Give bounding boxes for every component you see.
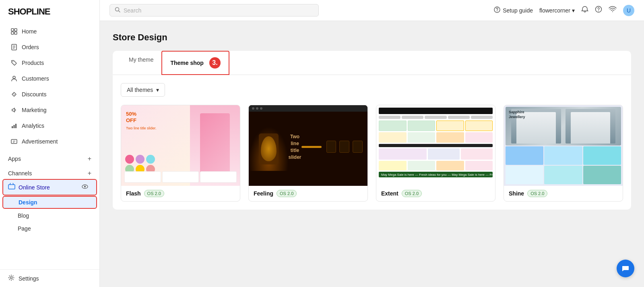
blog-label: Blog xyxy=(18,212,29,219)
search-icon xyxy=(115,7,120,14)
eye-icon[interactable] xyxy=(82,183,88,191)
svg-rect-1 xyxy=(14,29,17,31)
theme-preview-extent: May Mega Sale is here — Fresh ideas for … xyxy=(376,105,495,186)
svg-rect-3 xyxy=(14,32,17,34)
sidebar-item-advertisement[interactable]: Advertisement xyxy=(2,134,97,149)
wifi-icon xyxy=(609,6,617,15)
svg-point-9 xyxy=(13,76,15,79)
channels-label[interactable]: Channels xyxy=(8,170,32,177)
svg-line-10 xyxy=(13,94,15,96)
theme-preview-flash: 50%OFF Two line title slider. xyxy=(121,105,240,186)
page-sub-item[interactable]: Page xyxy=(0,222,99,235)
megaphone-icon xyxy=(10,106,18,114)
apps-label[interactable]: Apps xyxy=(8,156,21,162)
theme-card-shine[interactable]: SapphireJewellery xyxy=(504,105,623,202)
channels-section-header: Channels + xyxy=(0,164,99,179)
theme-badge-extent: OS 2.0 xyxy=(402,190,422,197)
notification-icon[interactable] xyxy=(581,6,588,15)
sidebar-item-customers[interactable]: Customers xyxy=(2,71,97,86)
ad-icon xyxy=(10,138,18,145)
blog-sub-item[interactable]: Blog xyxy=(0,209,99,222)
sidebar-item-analytics[interactable]: Analytics xyxy=(2,118,97,133)
sidebar-item-advertisement-label: Advertisement xyxy=(22,138,58,145)
filter-row: All themes ▾ xyxy=(121,83,623,97)
grid-icon xyxy=(10,28,18,35)
svg-point-27 xyxy=(612,11,613,12)
sidebar-item-discounts[interactable]: Discounts xyxy=(2,87,97,102)
page-label: Page xyxy=(18,225,31,232)
topbar-right: Setup guide flowercorner ▾ U xyxy=(494,5,634,16)
svg-point-20 xyxy=(10,277,12,279)
theme-card-flash[interactable]: 50%OFF Two line title slider. xyxy=(121,105,240,202)
sidebar-item-orders[interactable]: Orders xyxy=(2,40,97,55)
store-selector[interactable]: flowercorner ▾ xyxy=(539,7,575,14)
theme-info-flash: Flash OS 2.0 xyxy=(121,186,240,201)
chat-button[interactable] xyxy=(617,260,634,277)
theme-preview-feeling: Two linetitle slider xyxy=(249,105,367,186)
online-store-item[interactable]: Online Store xyxy=(2,179,97,195)
receipt-icon xyxy=(10,44,18,51)
setup-guide-label: Setup guide xyxy=(503,7,533,14)
sidebar-item-discounts-label: Discounts xyxy=(22,91,46,98)
avatar[interactable]: U xyxy=(623,5,634,16)
sidebar-item-marketing[interactable]: Marketing xyxy=(2,102,97,118)
online-store-icon xyxy=(8,183,15,191)
design-label: Design xyxy=(19,199,37,206)
tabs-container: My theme Theme shop 3. xyxy=(113,51,631,75)
topbar: Search Setup guide flowercorner ▾ xyxy=(100,0,644,21)
search-placeholder: Search xyxy=(124,7,141,14)
sidebar-item-analytics-label: Analytics xyxy=(22,123,44,129)
sidebar-item-home-label: Home xyxy=(22,28,37,35)
chevron-down-icon: ▾ xyxy=(572,7,575,14)
apps-add-button[interactable]: + xyxy=(88,155,91,162)
sidebar-nav: Home Orders Products Customers Discounts xyxy=(0,23,99,269)
theme-name-extent: Extent xyxy=(381,190,398,197)
apps-section-header: Apps + xyxy=(0,150,99,164)
help-icon[interactable] xyxy=(595,6,602,15)
theme-info-shine: Shine OS 2.0 xyxy=(504,186,623,201)
theme-info-extent: Extent OS 2.0 xyxy=(376,186,495,201)
theme-badge-shine: OS 2.0 xyxy=(527,190,547,197)
step-3-badge: 3. xyxy=(209,57,221,69)
sidebar: SHOPLINE Home Orders Products Customers xyxy=(0,0,100,287)
discount-icon xyxy=(10,91,18,98)
svg-rect-11 xyxy=(12,126,13,128)
filter-chevron-icon: ▾ xyxy=(156,87,159,93)
svg-rect-2 xyxy=(11,32,14,34)
theme-name-flash: Flash xyxy=(126,190,141,197)
chart-icon xyxy=(10,122,18,129)
all-themes-filter[interactable]: All themes ▾ xyxy=(121,83,165,97)
design-sub-item[interactable]: Design xyxy=(2,196,97,209)
store-name: flowercorner xyxy=(539,7,570,14)
setup-guide-icon xyxy=(494,6,500,14)
theme-card-extent[interactable]: May Mega Sale is here — Fresh ideas for … xyxy=(376,105,495,202)
svg-point-26 xyxy=(598,11,599,12)
settings-item[interactable]: Settings xyxy=(0,269,99,287)
sidebar-item-home[interactable]: Home xyxy=(2,24,97,39)
content-area: Store Design My theme Theme shop 3. All … xyxy=(100,21,644,287)
main-card: My theme Theme shop 3. All themes ▾ xyxy=(113,51,631,210)
setup-guide[interactable]: Setup guide xyxy=(494,6,533,14)
svg-line-22 xyxy=(119,11,120,12)
sidebar-item-products[interactable]: Products xyxy=(2,55,97,71)
sidebar-item-customers-label: Customers xyxy=(22,75,49,82)
theme-name-shine: Shine xyxy=(509,190,524,197)
person-icon xyxy=(10,75,18,82)
svg-rect-0 xyxy=(11,29,14,31)
settings-label: Settings xyxy=(19,275,39,282)
logo: SHOPLINE xyxy=(0,0,99,23)
search-bar[interactable]: Search xyxy=(109,4,319,17)
theme-card-feeling[interactable]: Two linetitle slider xyxy=(248,105,368,202)
tab-theme-shop[interactable]: Theme shop 3. xyxy=(161,51,229,75)
theme-grid: 50%OFF Two line title slider. xyxy=(121,105,623,202)
page-title: Store Design xyxy=(113,32,631,43)
theme-name-feeling: Feeling xyxy=(254,190,273,197)
sidebar-item-products-label: Products xyxy=(22,60,44,66)
channels-add-button[interactable]: + xyxy=(88,170,91,177)
filter-label: All themes xyxy=(127,87,153,93)
svg-rect-13 xyxy=(15,124,17,128)
svg-rect-12 xyxy=(14,125,15,128)
svg-point-24 xyxy=(497,11,497,12)
sidebar-item-marketing-label: Marketing xyxy=(22,107,46,113)
tab-my-theme[interactable]: My theme xyxy=(121,51,161,75)
